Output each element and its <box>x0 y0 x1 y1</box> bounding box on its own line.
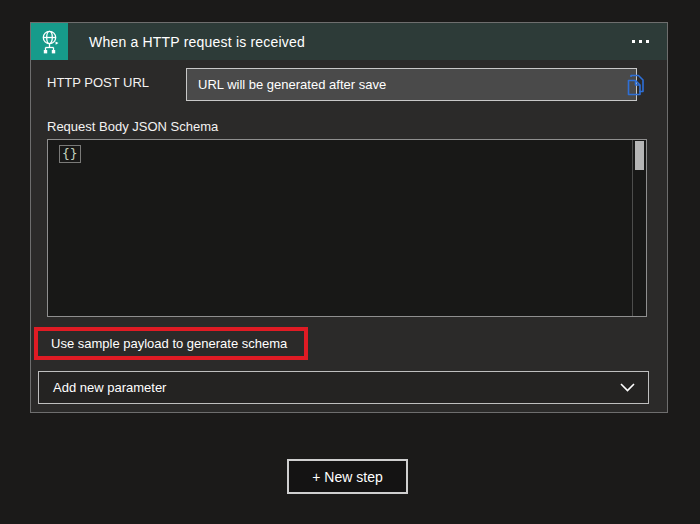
more-options-icon[interactable] <box>630 34 651 49</box>
json-schema-editor[interactable]: {} <box>47 139 647 317</box>
copy-icon <box>626 73 648 97</box>
new-step-button[interactable]: + New step <box>287 459 408 494</box>
editor-scrollbar[interactable] <box>632 140 646 316</box>
http-trigger-icon <box>31 23 68 60</box>
request-body-schema-label: Request Body JSON Schema <box>47 119 218 134</box>
json-braces-token: {} <box>59 145 81 163</box>
add-new-parameter-dropdown[interactable]: Add new parameter <box>38 371 649 404</box>
http-post-url-field[interactable] <box>186 68 637 101</box>
editor-content[interactable]: {} <box>48 140 632 316</box>
chevron-down-icon <box>620 383 635 392</box>
red-highlight-annotation: Use sample payload to generate schema <box>34 327 308 360</box>
http-trigger-card: When a HTTP request is received HTTP POS… <box>30 22 668 413</box>
card-title: When a HTTP request is received <box>89 34 305 50</box>
copy-url-button[interactable] <box>624 72 650 98</box>
scrollbar-thumb[interactable] <box>635 141 644 170</box>
use-sample-payload-link[interactable]: Use sample payload to generate schema <box>51 336 287 351</box>
add-new-parameter-label: Add new parameter <box>53 380 166 395</box>
http-post-url-label: HTTP POST URL <box>47 75 149 90</box>
card-header[interactable]: When a HTTP request is received <box>31 23 667 60</box>
